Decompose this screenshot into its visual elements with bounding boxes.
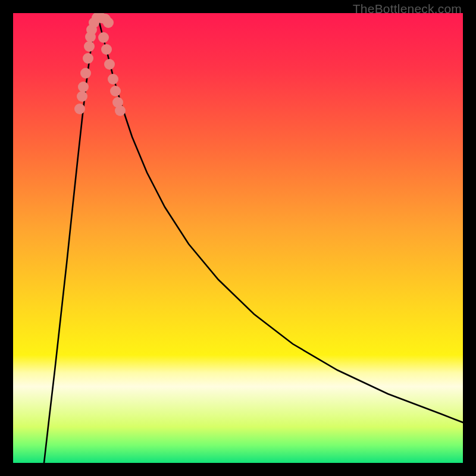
chart-outer-frame: TheBottleneck.com xyxy=(0,0,476,476)
scatter-point xyxy=(77,91,87,102)
plot-area xyxy=(13,13,463,463)
scatter-point xyxy=(80,68,91,79)
scatter-point xyxy=(110,86,121,96)
scatter-point xyxy=(101,44,112,55)
scatter-point xyxy=(74,104,85,114)
scatter-point xyxy=(84,41,95,52)
curve-right-branch xyxy=(97,18,463,422)
scatter-point xyxy=(108,74,118,84)
watermark-text: TheBottleneck.com xyxy=(353,2,462,16)
scatter-point xyxy=(115,105,126,116)
scatter-point xyxy=(98,32,109,43)
scatter-point xyxy=(104,59,115,70)
scatter-point xyxy=(78,82,89,92)
scatter-point xyxy=(103,17,114,28)
curves-layer xyxy=(13,13,463,463)
curve-left-branch xyxy=(44,18,97,463)
scatter-point xyxy=(83,53,93,64)
scatter-dots xyxy=(74,13,126,116)
